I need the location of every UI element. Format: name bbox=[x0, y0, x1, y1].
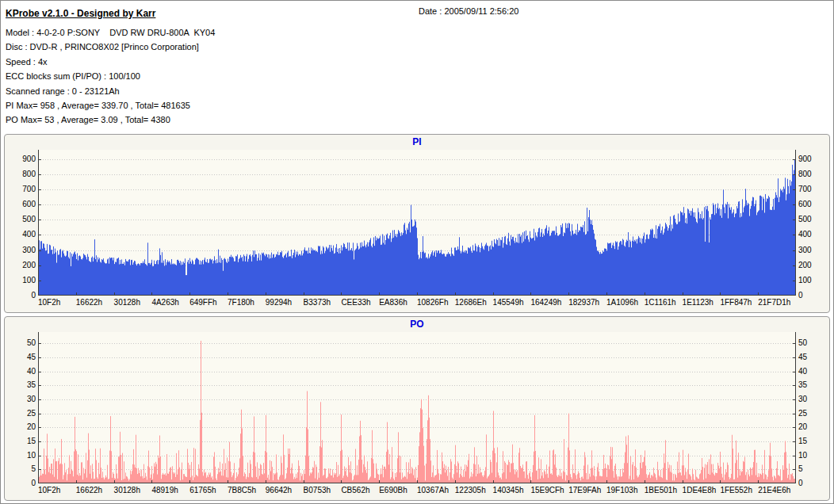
x-axis-label: CB562h bbox=[341, 486, 369, 494]
po-chart-area: 0510152025303540455005101520253035404550… bbox=[10, 330, 824, 498]
y-axis-label: 100 bbox=[10, 277, 36, 284]
x-axis-label: 16622h bbox=[76, 486, 102, 494]
y-axis-label: 10 bbox=[10, 452, 36, 460]
info-line: Speed : 4x bbox=[6, 55, 828, 69]
y-axis-label: 25 bbox=[10, 410, 36, 418]
y-axis-label: 40 bbox=[10, 368, 36, 376]
x-axis-label: 1C1161h bbox=[645, 298, 676, 307]
x-axis-label: 30128h bbox=[114, 486, 140, 494]
y-axis-label: 0 bbox=[10, 292, 36, 300]
x-axis-label: 17E9FAh bbox=[568, 486, 601, 494]
x-axis-label: 122305h bbox=[455, 486, 486, 494]
y-axis-label: 700 bbox=[798, 185, 824, 193]
pi-chart-canvas bbox=[38, 150, 796, 296]
x-axis-labels: 10F2h16622h30128h48919h61765h7B8C5h96642… bbox=[38, 486, 796, 495]
y-axis-label: 35 bbox=[798, 381, 824, 389]
y-axis-label: 35 bbox=[10, 381, 36, 389]
y-axis-label: 15 bbox=[10, 437, 36, 445]
x-axis-label: 10F2h bbox=[38, 298, 60, 307]
x-axis-label: 48919h bbox=[151, 486, 178, 494]
x-axis-label: 1E1123h bbox=[683, 298, 713, 307]
x-axis-label: 15E9CFh bbox=[530, 486, 564, 494]
pi-chart-panel: PI 0100200300400500600700800900010020030… bbox=[4, 134, 830, 313]
x-axis-label: 1FF847h bbox=[720, 298, 752, 307]
y-axis-label: 400 bbox=[798, 231, 824, 239]
pi-chart-title: PI bbox=[5, 135, 829, 148]
x-axis-label: 21F7D1h bbox=[758, 298, 790, 307]
po-chart-title: PO bbox=[5, 317, 829, 330]
y-axis-label: 15 bbox=[798, 437, 824, 445]
x-axis-label: CEE33h bbox=[341, 298, 370, 307]
info-line: ECC blocks sum (PI/PO) : 100/100 bbox=[6, 69, 828, 83]
y-axis-label: 200 bbox=[798, 262, 824, 269]
x-axis-label: 7F180h bbox=[228, 298, 254, 307]
x-axis-label: 99294h bbox=[266, 298, 292, 307]
info-line: Scanned range : 0 - 23121Ah bbox=[6, 84, 828, 98]
x-axis-label: 10826Fh bbox=[417, 298, 448, 307]
x-axis-label: 16622h bbox=[76, 298, 102, 307]
x-axis-label: 1DE4E8h bbox=[683, 486, 717, 494]
x-axis-label: 10367Ah bbox=[417, 486, 449, 494]
x-axis-label: 19F103h bbox=[606, 486, 637, 494]
info-line: Disc : DVD-R , PRINCO8X02 [Princo Corpor… bbox=[6, 40, 828, 54]
y-axis-label: 700 bbox=[10, 185, 36, 193]
y-axis-label: 500 bbox=[798, 216, 824, 223]
x-axis-label: 140345h bbox=[493, 486, 524, 494]
x-axis-label: 21E4E6h bbox=[758, 486, 790, 494]
info-line: PO Max= 53 , Average= 3.09 , Total= 4380 bbox=[6, 113, 828, 127]
po-chart-panel: PO 0510152025303540455005101520253035404… bbox=[4, 316, 830, 501]
y-axis-label: 20 bbox=[10, 423, 36, 431]
info-line: Model : 4-0-2-0 P:SONY DVD RW DRU-800A K… bbox=[6, 25, 828, 40]
x-axis-label: 1FE552h bbox=[720, 486, 752, 494]
y-axis-label: 600 bbox=[798, 200, 824, 208]
scan-info-block: Model : 4-0-2-0 P:SONY DVD RW DRU-800A K… bbox=[6, 25, 828, 128]
header: KProbe v2.1.0 - Designed by Karr Date : … bbox=[6, 6, 828, 18]
y-axis-label: 5 bbox=[798, 465, 824, 473]
x-axis-label: 1BE501h bbox=[645, 486, 677, 494]
info-line: PI Max= 958 , Average= 339.70 , Total= 4… bbox=[6, 98, 828, 113]
x-axis-label: B0753h bbox=[304, 486, 331, 494]
x-axis-label: 649FFh bbox=[189, 298, 216, 307]
y-axis-label: 50 bbox=[798, 339, 824, 347]
y-axis-label: 0 bbox=[798, 292, 824, 300]
y-axis-label: 300 bbox=[798, 246, 824, 254]
y-axis-label: 800 bbox=[10, 170, 36, 178]
kprobe-window: KProbe v2.1.0 - Designed by Karr Date : … bbox=[0, 0, 834, 504]
x-axis-label: EA836h bbox=[379, 298, 407, 307]
y-axis-label: 20 bbox=[798, 423, 824, 431]
x-axis-label: 182937h bbox=[568, 298, 599, 307]
y-axis-label: 100 bbox=[798, 277, 824, 284]
y-axis-label: 50 bbox=[10, 339, 36, 347]
y-axis-label: 500 bbox=[10, 216, 36, 223]
y-axis-label: 300 bbox=[10, 246, 36, 254]
x-axis-label: E690Bh bbox=[379, 486, 407, 494]
y-axis-label: 900 bbox=[798, 155, 824, 163]
pi-chart-area: 0100200300400500600700800900010020030040… bbox=[10, 148, 824, 310]
scan-date: Date : 2005/09/11 2:56:20 bbox=[419, 6, 518, 16]
y-axis-label: 0 bbox=[10, 479, 36, 487]
y-axis-label: 45 bbox=[798, 353, 824, 361]
x-axis-labels: 10F2h16622h30128h4A263h649FFh7F180h99294… bbox=[38, 298, 796, 307]
x-axis-label: 30128h bbox=[114, 298, 140, 307]
y-axis-label: 30 bbox=[798, 395, 824, 403]
x-axis-label: 1A1096h bbox=[606, 298, 638, 307]
x-axis-label: 61765h bbox=[189, 486, 216, 494]
y-axis-label: 200 bbox=[10, 262, 36, 269]
y-axis-label: 5 bbox=[10, 465, 36, 473]
y-axis-label: 900 bbox=[10, 155, 36, 163]
y-axis-label: 600 bbox=[10, 200, 36, 208]
y-axis-label: 25 bbox=[798, 410, 824, 418]
y-axis-label: 30 bbox=[10, 395, 36, 403]
x-axis-label: 96642h bbox=[266, 486, 292, 494]
y-axis-label: 45 bbox=[10, 353, 36, 361]
app-title: KProbe v2.1.0 - Designed by Karr bbox=[6, 8, 155, 19]
x-axis-label: 164249h bbox=[530, 298, 561, 307]
x-axis-label: 12686Eh bbox=[455, 298, 487, 307]
y-axis-label: 40 bbox=[798, 368, 824, 376]
x-axis-label: B3373h bbox=[304, 298, 331, 307]
y-axis-label: 400 bbox=[10, 231, 36, 239]
y-axis-label: 10 bbox=[798, 452, 824, 460]
x-axis-label: 10F2h bbox=[38, 486, 60, 494]
y-axis-label: 800 bbox=[798, 170, 824, 178]
y-axis-label: 0 bbox=[798, 479, 824, 487]
